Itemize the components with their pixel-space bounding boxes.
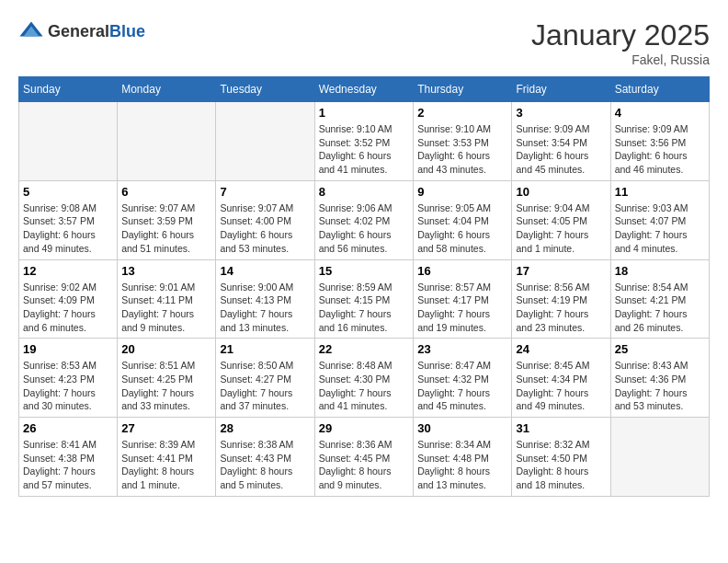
day-info: Sunrise: 9:03 AMSunset: 4:07 PMDaylight:… xyxy=(615,201,705,256)
day-number: 4 xyxy=(615,106,705,120)
day-info: Sunrise: 8:38 AMSunset: 4:43 PMDaylight:… xyxy=(220,438,310,492)
day-number: 14 xyxy=(220,264,310,278)
calendar-day-cell: 6Sunrise: 9:07 AMSunset: 3:59 PMDaylight… xyxy=(118,180,216,259)
calendar-day-cell: 20Sunrise: 8:51 AMSunset: 4:25 PMDayligh… xyxy=(118,339,216,418)
day-number: 6 xyxy=(121,185,211,199)
day-number: 25 xyxy=(615,342,705,356)
day-info: Sunrise: 9:01 AMSunset: 4:11 PMDaylight:… xyxy=(121,281,211,335)
day-info: Sunrise: 9:07 AMSunset: 3:59 PMDaylight:… xyxy=(121,201,211,256)
logo-general: General xyxy=(48,22,109,40)
day-number: 30 xyxy=(417,421,507,435)
day-number: 20 xyxy=(121,342,211,356)
day-info: Sunrise: 8:47 AMSunset: 4:32 PMDaylight:… xyxy=(417,359,507,413)
calendar-day-cell: 27Sunrise: 8:39 AMSunset: 4:41 PMDayligh… xyxy=(118,418,216,497)
day-number: 21 xyxy=(220,342,310,356)
calendar-day-cell: 21Sunrise: 8:50 AMSunset: 4:27 PMDayligh… xyxy=(216,339,314,418)
day-info: Sunrise: 9:00 AMSunset: 4:13 PMDaylight:… xyxy=(220,281,310,335)
day-info: Sunrise: 8:54 AMSunset: 4:21 PMDaylight:… xyxy=(615,281,705,335)
calendar-day-cell: 12Sunrise: 9:02 AMSunset: 4:09 PMDayligh… xyxy=(19,259,118,339)
weekday-header: Thursday xyxy=(414,77,512,102)
calendar-week-row: 26Sunrise: 8:41 AMSunset: 4:38 PMDayligh… xyxy=(19,418,710,497)
day-number: 18 xyxy=(615,264,705,278)
calendar-day-cell: 29Sunrise: 8:36 AMSunset: 4:45 PMDayligh… xyxy=(314,418,414,497)
day-number: 31 xyxy=(516,421,606,435)
day-number: 23 xyxy=(417,342,507,356)
calendar-day-cell: 25Sunrise: 8:43 AMSunset: 4:36 PMDayligh… xyxy=(610,339,709,418)
day-info: Sunrise: 9:02 AMSunset: 4:09 PMDaylight:… xyxy=(23,281,113,335)
calendar-day-cell xyxy=(19,102,118,181)
calendar-header-row: SundayMondayTuesdayWednesdayThursdayFrid… xyxy=(19,77,710,102)
day-number: 9 xyxy=(417,185,507,199)
day-number: 27 xyxy=(121,421,211,435)
calendar-table: SundayMondayTuesdayWednesdayThursdayFrid… xyxy=(18,76,710,497)
calendar-day-cell xyxy=(118,102,216,181)
calendar-day-cell: 15Sunrise: 8:59 AMSunset: 4:15 PMDayligh… xyxy=(314,259,414,339)
weekday-header: Wednesday xyxy=(314,77,414,102)
day-info: Sunrise: 8:41 AMSunset: 4:38 PMDaylight:… xyxy=(23,438,113,492)
calendar-day-cell: 16Sunrise: 8:57 AMSunset: 4:17 PMDayligh… xyxy=(414,259,512,339)
day-number: 24 xyxy=(516,342,606,356)
day-info: Sunrise: 8:57 AMSunset: 4:17 PMDaylight:… xyxy=(417,281,507,335)
day-number: 15 xyxy=(319,264,410,278)
calendar-day-cell xyxy=(610,418,709,497)
day-number: 2 xyxy=(417,106,507,120)
day-info: Sunrise: 9:04 AMSunset: 4:05 PMDaylight:… xyxy=(516,201,606,256)
day-number: 29 xyxy=(319,421,410,435)
calendar-day-cell xyxy=(216,102,314,181)
day-info: Sunrise: 9:07 AMSunset: 4:00 PMDaylight:… xyxy=(220,201,310,256)
calendar-day-cell: 24Sunrise: 8:45 AMSunset: 4:34 PMDayligh… xyxy=(512,339,610,418)
calendar-day-cell: 19Sunrise: 8:53 AMSunset: 4:23 PMDayligh… xyxy=(19,339,118,418)
day-number: 8 xyxy=(319,185,410,199)
calendar-day-cell: 3Sunrise: 9:09 AMSunset: 3:54 PMDaylight… xyxy=(512,102,610,181)
day-number: 19 xyxy=(23,342,113,356)
logo-icon xyxy=(18,18,44,44)
calendar-day-cell: 30Sunrise: 8:34 AMSunset: 4:48 PMDayligh… xyxy=(414,418,512,497)
day-info: Sunrise: 9:10 AMSunset: 3:53 PMDaylight:… xyxy=(417,122,507,177)
day-number: 3 xyxy=(516,106,606,120)
day-info: Sunrise: 8:48 AMSunset: 4:30 PMDaylight:… xyxy=(319,359,410,413)
day-info: Sunrise: 8:56 AMSunset: 4:19 PMDaylight:… xyxy=(516,281,606,335)
day-info: Sunrise: 8:32 AMSunset: 4:50 PMDaylight:… xyxy=(516,438,606,492)
calendar-day-cell: 2Sunrise: 9:10 AMSunset: 3:53 PMDaylight… xyxy=(414,102,512,181)
weekday-header: Friday xyxy=(512,77,610,102)
calendar-week-row: 19Sunrise: 8:53 AMSunset: 4:23 PMDayligh… xyxy=(19,339,710,418)
day-number: 22 xyxy=(319,342,410,356)
month-title: January 2025 xyxy=(531,18,710,52)
day-number: 12 xyxy=(23,264,113,278)
calendar-day-cell: 31Sunrise: 8:32 AMSunset: 4:50 PMDayligh… xyxy=(512,418,610,497)
weekday-header: Tuesday xyxy=(216,77,314,102)
day-number: 16 xyxy=(417,264,507,278)
page-header: GeneralBlue January 2025 Fakel, Russia xyxy=(18,18,710,67)
weekday-header: Monday xyxy=(118,77,216,102)
calendar-day-cell: 26Sunrise: 8:41 AMSunset: 4:38 PMDayligh… xyxy=(19,418,118,497)
calendar-day-cell: 23Sunrise: 8:47 AMSunset: 4:32 PMDayligh… xyxy=(414,339,512,418)
day-number: 10 xyxy=(516,185,606,199)
day-info: Sunrise: 9:05 AMSunset: 4:04 PMDaylight:… xyxy=(417,201,507,256)
calendar-day-cell: 18Sunrise: 8:54 AMSunset: 4:21 PMDayligh… xyxy=(610,259,709,339)
title-block: January 2025 Fakel, Russia xyxy=(531,18,710,67)
day-info: Sunrise: 8:45 AMSunset: 4:34 PMDaylight:… xyxy=(516,359,606,413)
day-info: Sunrise: 8:51 AMSunset: 4:25 PMDaylight:… xyxy=(121,359,211,413)
day-number: 7 xyxy=(220,185,310,199)
day-info: Sunrise: 8:34 AMSunset: 4:48 PMDaylight:… xyxy=(417,438,507,492)
day-number: 17 xyxy=(516,264,606,278)
day-info: Sunrise: 8:39 AMSunset: 4:41 PMDaylight:… xyxy=(121,438,211,492)
day-info: Sunrise: 9:08 AMSunset: 3:57 PMDaylight:… xyxy=(23,201,113,256)
day-info: Sunrise: 8:53 AMSunset: 4:23 PMDaylight:… xyxy=(23,359,113,413)
calendar-day-cell: 7Sunrise: 9:07 AMSunset: 4:00 PMDaylight… xyxy=(216,180,314,259)
calendar-day-cell: 28Sunrise: 8:38 AMSunset: 4:43 PMDayligh… xyxy=(216,418,314,497)
calendar-day-cell: 9Sunrise: 9:05 AMSunset: 4:04 PMDaylight… xyxy=(414,180,512,259)
calendar-week-row: 12Sunrise: 9:02 AMSunset: 4:09 PMDayligh… xyxy=(19,259,710,339)
calendar-day-cell: 5Sunrise: 9:08 AMSunset: 3:57 PMDaylight… xyxy=(19,180,118,259)
day-info: Sunrise: 8:36 AMSunset: 4:45 PMDaylight:… xyxy=(319,438,410,492)
calendar-week-row: 5Sunrise: 9:08 AMSunset: 3:57 PMDaylight… xyxy=(19,180,710,259)
calendar-day-cell: 11Sunrise: 9:03 AMSunset: 4:07 PMDayligh… xyxy=(610,180,709,259)
day-number: 13 xyxy=(121,264,211,278)
calendar-day-cell: 22Sunrise: 8:48 AMSunset: 4:30 PMDayligh… xyxy=(314,339,414,418)
logo: GeneralBlue xyxy=(18,18,145,44)
calendar-week-row: 1Sunrise: 9:10 AMSunset: 3:52 PMDaylight… xyxy=(19,102,710,181)
calendar-day-cell: 14Sunrise: 9:00 AMSunset: 4:13 PMDayligh… xyxy=(216,259,314,339)
calendar-day-cell: 8Sunrise: 9:06 AMSunset: 4:02 PMDaylight… xyxy=(314,180,414,259)
day-info: Sunrise: 9:09 AMSunset: 3:54 PMDaylight:… xyxy=(516,122,606,177)
day-info: Sunrise: 8:59 AMSunset: 4:15 PMDaylight:… xyxy=(319,281,410,335)
